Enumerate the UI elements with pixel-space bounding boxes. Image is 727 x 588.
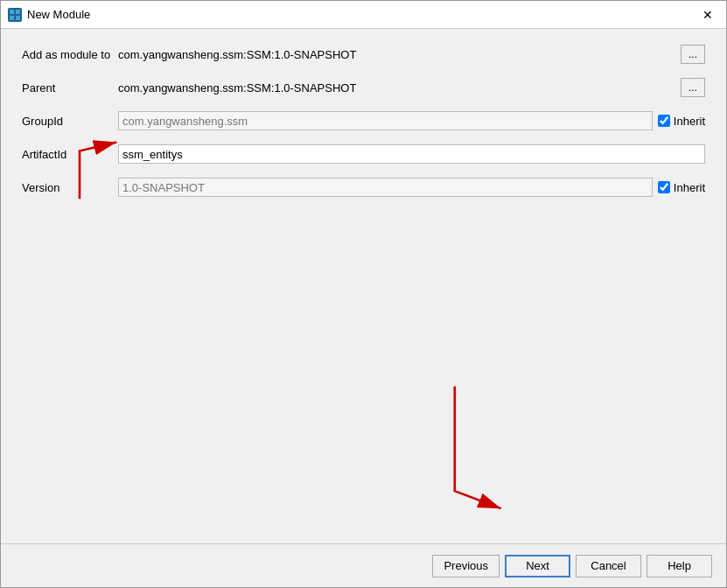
svg-rect-1 [16, 10, 20, 14]
version-input[interactable] [118, 178, 653, 197]
svg-rect-2 [10, 16, 14, 20]
window-title: New Module [27, 8, 90, 21]
svg-rect-0 [10, 10, 14, 14]
version-inherit-checkbox[interactable] [658, 181, 670, 193]
close-button[interactable]: ✕ [696, 6, 719, 24]
groupid-inherit-checkbox[interactable] [658, 115, 670, 127]
add-module-value-area: com.yangwansheng.ssm:SSM:1.0-SNAPSHOT ..… [118, 45, 705, 64]
window-icon [8, 8, 22, 22]
version-inherit-label: Inherit [674, 181, 705, 194]
version-row: Version Inherit [22, 176, 705, 199]
parent-value-area: com.yangwansheng.ssm:SSM:1.0-SNAPSHOT ..… [118, 78, 705, 97]
dialog-content: Add as module to com.yangwansheng.ssm:SS… [1, 29, 726, 543]
artifactid-row: ArtifactId [22, 143, 705, 165]
version-label: Version [22, 181, 118, 194]
previous-button[interactable]: Previous [432, 555, 500, 578]
parent-label: Parent [22, 81, 118, 94]
parent-value: com.yangwansheng.ssm:SSM:1.0-SNAPSHOT [118, 81, 675, 94]
add-module-row: Add as module to com.yangwansheng.ssm:SS… [22, 43, 705, 66]
help-button[interactable]: Help [647, 555, 712, 578]
add-module-browse-button[interactable]: ... [681, 45, 705, 64]
svg-rect-3 [16, 16, 20, 20]
artifactid-label: ArtifactId [22, 148, 118, 161]
next-button[interactable]: Next [505, 555, 570, 578]
groupid-inherit-label: Inherit [674, 115, 705, 128]
parent-row: Parent com.yangwansheng.ssm:SSM:1.0-SNAP… [22, 76, 705, 99]
title-bar-left: New Module [8, 8, 90, 22]
artifactid-input[interactable] [118, 144, 705, 164]
add-module-label: Add as module to [22, 48, 118, 61]
dialog-window: New Module ✕ Add as module to com.yangwa… [0, 0, 727, 588]
groupid-label: GroupId [22, 115, 118, 128]
add-module-value: com.yangwansheng.ssm:SSM:1.0-SNAPSHOT [118, 48, 675, 61]
groupid-row: GroupId Inherit [22, 109, 705, 132]
groupid-inherit-area: Inherit [658, 115, 705, 128]
cancel-button[interactable]: Cancel [576, 555, 641, 578]
dialog-footer: Previous Next Cancel Help [1, 543, 726, 587]
groupid-input[interactable] [118, 111, 653, 130]
parent-browse-button[interactable]: ... [681, 78, 705, 97]
version-inherit-area: Inherit [658, 181, 705, 194]
title-bar: New Module ✕ [1, 1, 726, 29]
